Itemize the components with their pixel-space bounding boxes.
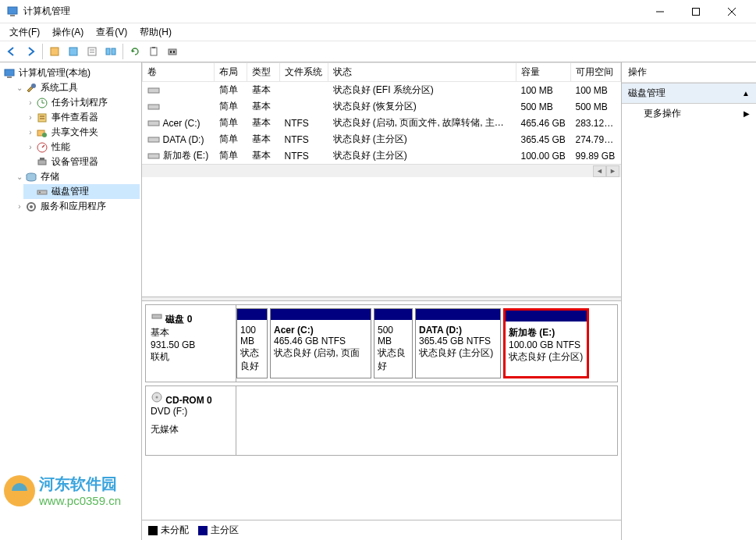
disk-0-type: 基本 [151, 326, 231, 339]
toolbar-btn-4[interactable] [102, 43, 119, 60]
svg-rect-12 [112, 48, 115, 55]
tree-task-scheduler[interactable]: › 任务计划程序 [23, 95, 140, 110]
svg-rect-16 [170, 51, 172, 53]
actions-pane: 操作 磁盘管理 ▲ 更多操作 ▶ [622, 62, 756, 540]
legend: 未分配 主分区 [142, 520, 621, 540]
forward-button[interactable] [22, 43, 39, 60]
svg-rect-18 [5, 69, 14, 76]
cdrom-header[interactable]: CD-ROM 0 DVD (F:) 无媒体 [146, 386, 236, 455]
col-type[interactable]: 类型 [247, 63, 280, 82]
partition[interactable]: DATA (D:)365.45 GB NTFS状态良好 (主分区) [415, 308, 501, 378]
disk-graphical-view[interactable]: 磁盘 0 基本 931.50 GB 联机 100 MB状态良好Acer (C:)… [142, 301, 621, 520]
col-volume[interactable]: 卷 [143, 63, 215, 82]
col-layout[interactable]: 布局 [215, 63, 247, 82]
collapse-icon[interactable]: ▲ [742, 89, 750, 98]
toolbar-btn-1[interactable] [46, 43, 63, 60]
menu-action[interactable]: 操作(A) [46, 24, 90, 41]
share-icon [36, 126, 48, 139]
computer-icon [3, 67, 16, 80]
actions-section-label: 磁盘管理 [628, 87, 665, 100]
tree-device-manager[interactable]: › 设备管理器 [23, 155, 140, 169]
collapse-icon[interactable]: › [25, 128, 36, 137]
disk-0-row[interactable]: 磁盘 0 基本 931.50 GB 联机 100 MB状态良好Acer (C:)… [145, 304, 618, 382]
svg-rect-13 [151, 48, 157, 55]
svg-rect-42 [148, 154, 159, 158]
menu-help[interactable]: 帮助(H) [133, 24, 178, 41]
svg-rect-1 [10, 15, 15, 16]
tree-disk-management[interactable]: › 磁盘管理 [23, 184, 140, 199]
svg-rect-41 [148, 137, 159, 142]
menu-view[interactable]: 查看(V) [90, 24, 133, 41]
svg-rect-7 [69, 48, 77, 55]
col-fs[interactable]: 文件系统 [280, 63, 328, 82]
cdrom-icon [151, 395, 163, 406]
partition[interactable]: 500 MB状态良好 [374, 308, 413, 378]
collapse-icon[interactable]: › [25, 143, 36, 151]
app-icon [6, 5, 19, 18]
tree-storage[interactable]: ⌄ 存储 [12, 169, 140, 184]
svg-rect-15 [169, 49, 176, 55]
disk-0-name: 磁盘 0 [165, 314, 192, 325]
svg-rect-19 [7, 76, 12, 78]
disk-0-size: 931.50 GB [151, 339, 231, 350]
tree-root-label: 计算机管理(本地) [19, 66, 91, 80]
tree-storage-label: 存储 [41, 170, 59, 183]
tree-event-viewer[interactable]: › 事件查看器 [23, 110, 140, 125]
toolbar-btn-2[interactable] [65, 43, 82, 60]
svg-rect-39 [148, 105, 159, 109]
col-free[interactable]: 可用空间 [571, 63, 621, 82]
tree-performance-label: 性能 [51, 140, 70, 154]
svg-rect-32 [40, 158, 44, 160]
expand-icon[interactable]: ⌄ [14, 83, 25, 92]
tree-performance[interactable]: › 性能 [23, 140, 140, 155]
event-icon [36, 112, 48, 124]
table-row[interactable]: Acer (C:)简单基本NTFS状态良好 (启动, 页面文件, 故障转储, 主… [143, 115, 621, 131]
disk-0-header[interactable]: 磁盘 0 基本 931.50 GB 联机 [146, 305, 236, 382]
actions-section[interactable]: 磁盘管理 ▲ [622, 83, 756, 104]
clock-icon [36, 97, 48, 109]
tree-root[interactable]: 计算机管理(本地) [2, 66, 140, 80]
svg-rect-40 [148, 121, 159, 126]
svg-rect-38 [148, 88, 159, 93]
tree-system-tools[interactable]: ⌄ 系统工具 [12, 80, 140, 95]
disk-icon [36, 186, 48, 198]
expand-icon[interactable]: ⌄ [14, 172, 25, 181]
svg-point-45 [156, 396, 158, 399]
partition[interactable]: Acer (C:)465.46 GB NTFS状态良好 (启动, 页面 [270, 308, 371, 378]
partition[interactable]: 新加卷 (E:)100.00 GB NTFS状态良好 (主分区) [503, 308, 589, 378]
toolbar-btn-7[interactable] [164, 43, 181, 60]
toolbar-btn-3[interactable] [83, 43, 101, 60]
back-button[interactable] [3, 43, 20, 60]
tree-shared-folders[interactable]: › 共享文件夹 [23, 125, 140, 140]
volume-table-container[interactable]: 卷 布局 类型 文件系统 状态 容量 可用空间 简单基本状态良好 (EFI 系统… [142, 62, 621, 297]
table-row[interactable]: 简单基本状态良好 (EFI 系统分区)100 MB100 MB [143, 82, 621, 99]
minimize-button[interactable] [642, 0, 678, 23]
col-capacity[interactable]: 容量 [516, 63, 571, 82]
tools-icon [25, 82, 37, 94]
tree-disk-management-label: 磁盘管理 [51, 185, 89, 198]
toolbar [0, 41, 756, 62]
table-row[interactable]: 简单基本状态良好 (恢复分区)500 MB500 MB [143, 98, 621, 115]
horizontal-scrollbar[interactable]: ◄► [142, 164, 621, 177]
svg-point-37 [30, 205, 33, 208]
close-button[interactable] [714, 0, 750, 23]
tree-services-apps[interactable]: › 服务和应用程序 [12, 199, 140, 214]
collapse-icon[interactable]: › [25, 113, 36, 122]
refresh-button[interactable] [126, 43, 144, 60]
menu-file[interactable]: 文件(F) [3, 24, 46, 41]
svg-rect-8 [88, 48, 96, 55]
storage-icon [25, 171, 37, 183]
col-status[interactable]: 状态 [328, 63, 516, 82]
nav-tree[interactable]: 计算机管理(本地) ⌄ 系统工具 › 任务计划程序 › 事件查看器 › 共享文件… [0, 62, 142, 540]
actions-more[interactable]: 更多操作 ▶ [622, 104, 756, 123]
tree-services-apps-label: 服务和应用程序 [41, 200, 106, 213]
toolbar-btn-6[interactable] [145, 43, 162, 60]
table-row[interactable]: 新加卷 (E:)简单基本NTFS状态良好 (主分区)100.00 GB99.89… [143, 147, 621, 164]
maximize-button[interactable] [678, 0, 714, 23]
cdrom-row[interactable]: CD-ROM 0 DVD (F:) 无媒体 [145, 385, 618, 456]
collapse-icon[interactable]: › [25, 98, 36, 107]
partition[interactable]: 100 MB状态良好 [236, 308, 268, 378]
svg-rect-3 [693, 8, 700, 15]
collapse-icon[interactable]: › [14, 202, 25, 211]
table-row[interactable]: DATA (D:)简单基本NTFS状态良好 (主分区)365.45 GB274.… [143, 131, 621, 147]
